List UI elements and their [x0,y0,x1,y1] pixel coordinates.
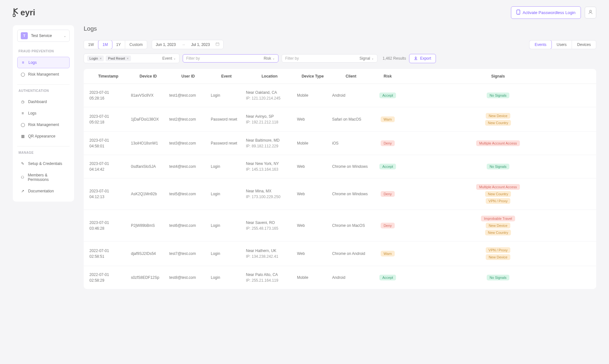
logs-icon: ≡ [20,111,25,115]
cell-device-id: djaf9SJ2IDs54 [129,251,167,256]
cell-risk: Accept [372,164,404,169]
range-1y[interactable]: 1Y [112,41,126,49]
range-1w[interactable]: 1W [84,41,98,49]
chip-remove-icon[interactable]: × [127,56,129,60]
table-header: Timestamp Device ID User ID Event Locati… [84,69,596,84]
chip-pwdreset: Pwd Reset × [106,56,131,61]
cell-device-type: Mobile [295,141,330,145]
sidebar-item-fraud-risk[interactable]: ◯ Risk Management [17,69,70,80]
risk-badge: Accept [379,93,396,98]
logo: eyri [13,8,35,18]
svg-rect-4 [216,43,219,46]
sidebar-item-fraud-logs[interactable]: ≡ Logs [17,57,70,68]
date-to: Jul 1, 2023 [191,42,210,47]
chevron-down-icon: ⌄ [173,57,176,60]
date-range-picker[interactable]: Jun 1, 2023 → Jul 1, 2023 [152,40,224,49]
cell-signals: No Signals [404,93,592,98]
service-selector[interactable]: T Test Service ⌄ [17,30,70,42]
cell-client: iOS [330,141,372,145]
cell-device-id: 0sdfaniSloSJA [129,164,167,169]
mobile-icon [516,10,520,16]
view-events[interactable]: Events [529,40,552,49]
sidebar-item-dashboard[interactable]: ◷ Dashboard [17,96,70,107]
logs-icon: ≡ [21,60,25,65]
activate-label: Activate Passwordless Login [523,10,575,15]
svg-point-0 [13,14,15,17]
cell-device-type: Web [295,117,330,122]
cell-timestamp: 2022-07-0102:58:29 [88,272,129,283]
cell-signals: Improbable TravelNew DeviceNew Country [404,216,592,235]
cell-risk: Deny [372,223,404,228]
sidebar-item-qr[interactable]: ▦ QR Appearance [17,131,70,142]
user-menu-button[interactable] [585,7,596,19]
risk-badge: Deny [381,191,395,197]
gauge-icon: ◷ [20,100,25,104]
cell-timestamp: 2023-07-0105:28:16 [88,90,129,101]
cell-user-id: test6@test.com [167,223,209,228]
cell-client: Chrome on Windows [330,164,372,169]
cell-user-id: test3@test.com [167,141,209,145]
cell-event: Password reset [209,117,244,122]
chip-remove-icon[interactable]: × [100,56,102,60]
table-row[interactable]: 2022-07-0102:58:51djaf9SJ2IDs54test7@tes… [84,241,596,266]
table-row[interactable]: 2023-07-0104:14:420sdfaniSloSJAtest4@tes… [84,155,596,178]
cell-signals: Multiple Account Access [404,140,592,146]
cell-device-id: 13oiHO18snW1 [129,141,167,145]
cell-event: Login [209,275,244,280]
cell-signals: Multiple Account AccessNew CountryVPN / … [404,184,592,204]
sidebar-item-label: Dashboard [28,100,47,104]
sidebar-item-setup[interactable]: ✎ Setup & Credentials [17,158,70,169]
cell-location: Near Hathern, UKIP: 134.238.242.41 [244,248,295,259]
signal-badge: Multiple Account Access [476,184,520,190]
col-location: Location [244,74,295,78]
signal-badge: New Device [486,254,510,260]
cell-client: Android [330,93,372,98]
sidebar-item-auth-risk[interactable]: ◯ Risk Management [17,119,70,130]
activate-passwordless-button[interactable]: Activate Passwordless Login [511,6,581,19]
signal-badge: No Signals [487,164,509,169]
signal-badge: New Device [486,223,510,228]
cell-device-type: Web [295,192,330,196]
filter-signal[interactable]: Filter by Signal⌄ [282,54,377,63]
view-devices[interactable]: Devices [572,41,596,49]
sidebar-item-auth-logs[interactable]: ≡ Logs [17,108,70,119]
sidebar-item-docs[interactable]: ↗ Documentation [17,186,70,197]
view-users[interactable]: Users [552,41,572,49]
cell-user-id: test4@test.com [167,164,209,169]
filter-risk[interactable]: Filter by Risk⌄ [183,54,278,63]
table-row[interactable]: 2023-07-0104:12:13AsK2Q1Mn92btest5@test.… [84,178,596,210]
range-1m[interactable]: 1M [98,40,112,49]
sidebar-item-members[interactable]: ⚇ Members & Permissions [17,170,70,185]
shield-icon: ◯ [20,72,25,77]
cell-client: Chrome on Android [330,251,372,256]
export-button[interactable]: Export [409,54,436,63]
cell-event: Login [209,192,244,196]
signal-badge: VPN / Proxy [486,198,511,204]
cell-device-id: 81avVSc8VX [129,93,167,98]
col-device-id: Device ID [129,74,167,78]
chip-login: Login × [87,56,104,61]
sidebar-item-label: Risk Management [28,123,59,127]
sidebar-item-label: QR Appearance [28,134,55,138]
cell-device-id: P2jW89bBmS [129,223,167,228]
range-custom[interactable]: Custom [125,41,147,49]
cell-device-type: Mobile [295,93,330,98]
filter-event[interactable]: Login × Pwd Reset × Event⌄ [84,54,179,63]
view-group: Events Users Devices [529,40,596,49]
table-row[interactable]: 2022-07-0102:58:29s0zfS8EDF12Sptest8@tes… [84,266,596,289]
cell-event: Login [209,251,244,256]
table-row[interactable]: 2023-07-0104:58:0113oiHO18snW1test3@test… [84,132,596,155]
cell-signals: VPN / ProxyNew Device [404,247,592,260]
cell-location: Near Palo Alto, CAIP: 255.21.164.119 [244,272,295,283]
cell-timestamp: 2022-07-0102:58:51 [88,248,129,259]
table-row[interactable]: 2023-07-0105:02:181jDaFDoi138OXtest2@tes… [84,107,596,132]
risk-badge: Deny [381,223,395,228]
sidebar: T Test Service ⌄ FRAUD PREVENTION ≡ Logs… [13,25,74,202]
cell-client: Android [330,275,372,280]
cell-device-type: Web [295,164,330,169]
table-row[interactable]: 2023-07-0105:28:1681avVSc8VXtest1@test.c… [84,84,596,107]
shield-icon: ◯ [20,123,25,127]
cell-client: Chrome on Windows [330,192,372,196]
nav-section-fraud: FRAUD PREVENTION [17,49,70,57]
table-row[interactable]: 2023-07-0103:46:28P2jW89bBmStest6@test.c… [84,210,596,241]
